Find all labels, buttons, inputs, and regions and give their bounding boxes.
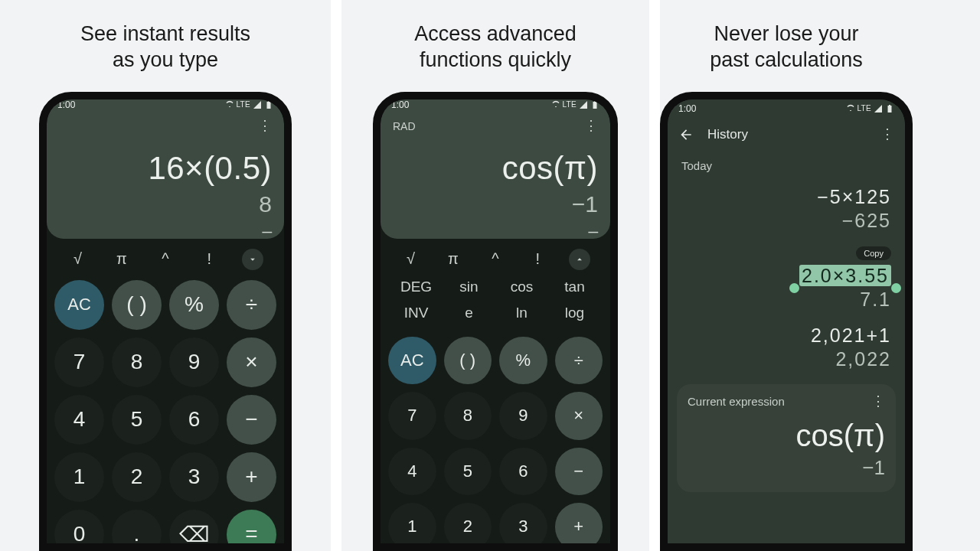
- history-list[interactable]: Today −5×125 −625 Copy 2.0×3.55 7.1: [668, 152, 905, 544]
- scientific-functions: DEG sin cos tan INV e ln log: [381, 274, 610, 331]
- history-item-selected[interactable]: Copy 2.0×3.55 7.1: [681, 246, 891, 311]
- history-result: −625: [681, 210, 891, 232]
- caption-line: See instant results: [80, 22, 250, 45]
- key-9[interactable]: 9: [169, 337, 219, 387]
- history-result: 2,022: [681, 348, 891, 370]
- overflow-menu-icon[interactable]: ⋮: [258, 122, 272, 130]
- overflow-menu-icon[interactable]: ⋮: [871, 397, 885, 406]
- fn-power[interactable]: ^: [143, 246, 187, 272]
- key-minus[interactable]: −: [555, 448, 603, 496]
- key-multiply[interactable]: ×: [227, 337, 276, 387]
- key-7[interactable]: 7: [388, 392, 436, 440]
- key-ac[interactable]: AC: [388, 337, 436, 385]
- overflow-menu-icon[interactable]: ⋮: [880, 130, 894, 139]
- collapse-functions-button[interactable]: [559, 246, 601, 272]
- history-item[interactable]: −5×125 −625: [681, 186, 891, 232]
- status-time: 1:00: [57, 99, 75, 110]
- current-expression-result: −1: [688, 453, 885, 480]
- key-5[interactable]: 5: [444, 448, 492, 496]
- key-decimal[interactable]: .: [112, 510, 162, 544]
- expand-functions-button[interactable]: [231, 246, 275, 272]
- fn-sqrt[interactable]: √: [56, 246, 100, 272]
- key-8[interactable]: 8: [112, 337, 162, 387]
- fn-inv[interactable]: INV: [390, 300, 443, 326]
- expression-text[interactable]: cos(π): [393, 135, 598, 187]
- status-network: LTE: [858, 104, 872, 112]
- key-1[interactable]: 1: [54, 452, 104, 502]
- back-icon[interactable]: [678, 127, 694, 142]
- key-percent[interactable]: %: [499, 337, 547, 385]
- history-item[interactable]: 2,021+1 2,022: [681, 324, 891, 370]
- key-equals[interactable]: =: [227, 510, 276, 544]
- status-network: LTE: [237, 100, 251, 109]
- promo-panel-1: See instant results as you type 1:00 LTE…: [0, 0, 331, 551]
- key-3[interactable]: 3: [169, 452, 219, 502]
- history-section-label: Today: [681, 159, 891, 172]
- key-0[interactable]: 0: [54, 510, 104, 544]
- copy-tooltip[interactable]: Copy: [856, 246, 891, 260]
- fn-ln[interactable]: ln: [495, 300, 548, 326]
- secondary-functions-row: √ π ^ !: [381, 239, 610, 274]
- current-expression-card[interactable]: Current expression ⋮ cos(π) −1: [677, 384, 896, 492]
- secondary-functions-row: √ π ^ !: [47, 239, 284, 274]
- chevron-down-icon: [247, 254, 258, 265]
- chevron-up-icon: [574, 254, 585, 265]
- fn-tan[interactable]: tan: [548, 274, 601, 300]
- cursor-indicator: _: [59, 217, 272, 228]
- fn-pi[interactable]: π: [432, 246, 474, 272]
- key-parens[interactable]: ( ): [444, 337, 492, 385]
- key-8[interactable]: 8: [444, 392, 492, 440]
- key-9[interactable]: 9: [499, 392, 547, 440]
- calculator-screen: 1:00 LTE ⋮ 16×(0.5) 8 _ √: [47, 99, 284, 544]
- angle-mode[interactable]: RAD: [393, 120, 416, 132]
- status-time: 1:00: [391, 99, 409, 110]
- status-indicators: LTE: [225, 100, 274, 109]
- text-selection[interactable]: 2.0×3.55: [799, 265, 891, 287]
- caption-line: as you type: [113, 48, 218, 71]
- key-1[interactable]: 1: [388, 503, 436, 543]
- key-divide[interactable]: ÷: [227, 280, 276, 330]
- key-4[interactable]: 4: [388, 448, 436, 496]
- selection-handle-right[interactable]: [891, 283, 901, 293]
- key-backspace[interactable]: ⌫: [169, 510, 219, 544]
- wifi-icon: [846, 104, 855, 113]
- fn-sin[interactable]: sin: [443, 274, 495, 300]
- key-3[interactable]: 3: [499, 503, 547, 543]
- key-7[interactable]: 7: [54, 337, 104, 387]
- key-2[interactable]: 2: [112, 452, 162, 502]
- key-ac[interactable]: AC: [54, 280, 104, 330]
- promo-panel-2: Access advanced functions quickly 1:00 L…: [331, 0, 649, 551]
- history-expression: 2.0×3.55: [799, 265, 891, 286]
- key-minus[interactable]: −: [227, 395, 276, 445]
- phone-frame: 1:00 LTE RAD ⋮ cos(π) −1 _ √: [373, 92, 618, 552]
- fn-deg[interactable]: DEG: [390, 274, 443, 300]
- phone-frame: 1:00 LTE ⋮ 16×(0.5) 8 _ √: [39, 92, 292, 552]
- fn-pi[interactable]: π: [100, 246, 143, 272]
- key-2[interactable]: 2: [444, 503, 492, 543]
- fn-factorial[interactable]: !: [517, 246, 559, 272]
- key-parens[interactable]: ( ): [112, 280, 162, 330]
- key-percent[interactable]: %: [169, 280, 219, 330]
- calculator-screen: 1:00 LTE RAD ⋮ cos(π) −1 _ √: [381, 99, 610, 544]
- fn-sqrt[interactable]: √: [390, 246, 432, 272]
- expression-text[interactable]: 16×(0.5): [59, 135, 272, 187]
- current-expression-label: Current expression: [688, 395, 785, 408]
- key-divide[interactable]: ÷: [555, 337, 603, 385]
- key-6[interactable]: 6: [499, 448, 547, 496]
- overflow-menu-icon[interactable]: ⋮: [584, 122, 598, 130]
- battery-icon: [590, 100, 599, 109]
- selection-handle-left[interactable]: [789, 283, 799, 293]
- history-title: History: [707, 127, 748, 142]
- key-multiply[interactable]: ×: [555, 392, 603, 440]
- fn-log[interactable]: log: [548, 300, 601, 326]
- status-indicators: LTE: [551, 100, 600, 109]
- fn-e[interactable]: e: [443, 300, 495, 326]
- fn-factorial[interactable]: !: [188, 246, 231, 272]
- key-plus[interactable]: +: [227, 452, 276, 502]
- key-5[interactable]: 5: [112, 395, 162, 445]
- fn-power[interactable]: ^: [474, 246, 516, 272]
- key-plus[interactable]: +: [555, 503, 603, 543]
- key-4[interactable]: 4: [54, 395, 104, 445]
- key-6[interactable]: 6: [169, 395, 219, 445]
- fn-cos[interactable]: cos: [495, 274, 548, 300]
